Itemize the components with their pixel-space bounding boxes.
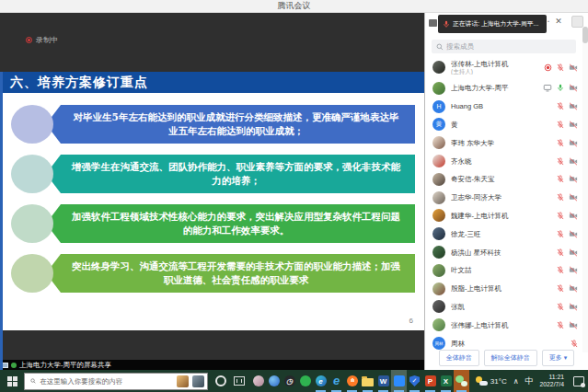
search-highlight-icon-2[interactable]: [192, 375, 204, 387]
mic-active-icon: [557, 84, 564, 92]
task-view-icon[interactable]: [234, 376, 245, 386]
mic-muted-icon: [557, 121, 564, 129]
camera-off-icon: [569, 212, 578, 220]
taskbar-apps: ◷eeW✓PX: [250, 370, 469, 392]
participant-status-icons: [557, 102, 578, 110]
participant-role: (主持人): [451, 68, 540, 75]
participant-status-icons: [557, 230, 578, 238]
participant-row[interactable]: 魏建华-上电计算机: [425, 207, 582, 225]
participant-row[interactable]: 奇安信-朱天宝: [425, 170, 582, 189]
search-icon: [436, 43, 444, 51]
file-explorer-icon[interactable]: [360, 370, 375, 392]
powerpoint-icon[interactable]: P: [422, 370, 438, 392]
ime-indicator[interactable]: 中: [525, 375, 534, 387]
globe-browser-icon[interactable]: [266, 370, 282, 392]
avatar: [432, 264, 445, 277]
participant-name: 张凯: [451, 303, 553, 311]
orange-browser-icon[interactable]: [344, 370, 360, 392]
participant-row[interactable]: 杨洪山 星环科技: [425, 243, 582, 261]
participant-row[interactable]: 黄黄: [425, 116, 582, 134]
scrollbar-thumb[interactable]: [582, 27, 588, 43]
browser-360-icon[interactable]: [297, 370, 313, 392]
panel-close-button[interactable]: ✕: [553, 17, 564, 26]
recording-icon: [26, 37, 32, 43]
wechat-icon[interactable]: [454, 370, 469, 392]
camera-off-icon: [569, 139, 578, 147]
weather-widget[interactable]: 31°C: [476, 376, 507, 386]
participant-name: 卫志华-同济大学: [451, 193, 553, 202]
participant-status-icons: [557, 157, 578, 166]
word-icon[interactable]: W: [375, 370, 391, 392]
participant-row[interactable]: 上海电力大学-周平: [425, 79, 582, 98]
camera-off-icon: [569, 121, 578, 129]
participant-name: 李玮 东华大学: [451, 139, 553, 147]
camera-off-icon: [569, 193, 578, 202]
panel-window-icon[interactable]: [429, 19, 437, 27]
search-highlight-icon-1[interactable]: [177, 375, 189, 387]
tencent-meeting-icon[interactable]: [391, 370, 407, 392]
bullet-ellipse: [11, 254, 53, 293]
participant-row[interactable]: 李玮 东华大学: [425, 133, 582, 152]
camera-off-icon: [569, 266, 578, 274]
speaking-toast: 正在讲话: 上海电力大学-周平...: [438, 15, 547, 33]
slide-bullet: 对毕业生5年左右能达到的职业成就进行分类细致描述，更准确严谨地表达毕业五年左右能…: [11, 105, 415, 144]
participant-status-icons: [543, 84, 578, 92]
pointer-device-icon[interactable]: [250, 370, 266, 392]
participant-row[interactable]: 叶文喆: [425, 261, 582, 280]
participant-name: 黄: [451, 121, 553, 129]
alarm-clock-icon[interactable]: ◷: [282, 370, 297, 392]
slide-body: 对毕业生5年左右能达到的职业成就进行分类细致描述，更准确严谨地表达毕业五年左右能…: [0, 93, 424, 330]
participant-row[interactable]: 殷脂-上电计算机: [425, 280, 582, 298]
avatar: [432, 191, 445, 204]
taskbar-search-box[interactable]: [24, 373, 208, 390]
excel-icon[interactable]: X: [438, 370, 454, 392]
hidden-icons-chevron[interactable]: ∧: [513, 377, 519, 386]
mic-muted-icon: [571, 340, 578, 348]
defender-shield-icon[interactable]: ✓: [407, 370, 422, 392]
speaking-toast-text: 正在讲话: 上海电力大学-周平...: [453, 19, 538, 29]
recording-badge: 录制中: [26, 35, 58, 45]
weather-icon: [476, 376, 488, 386]
participant-row[interactable]: 张凯: [425, 298, 582, 317]
cortana-icon[interactable]: [215, 375, 226, 386]
participant-row[interactable]: 徐龙-三旺: [425, 225, 582, 243]
participant-name: 魏建华-上电计算机: [451, 212, 553, 220]
avatar: [432, 61, 445, 74]
more-actions-button[interactable]: 更多 ▾: [542, 350, 574, 366]
camera-off-icon: [569, 63, 578, 72]
participant-row[interactable]: 卫志华-同济大学: [425, 189, 582, 207]
unmute-all-button[interactable]: 解除全体静音: [484, 350, 537, 366]
edge-icon[interactable]: e: [313, 370, 329, 392]
windows-logo-icon: [7, 376, 17, 386]
mic-muted-icon: [557, 102, 564, 110]
member-search-box[interactable]: [432, 40, 576, 53]
window-title: 腾讯会议: [278, 1, 311, 10]
participant-row[interactable]: 张伟娜-上电计算机: [425, 316, 582, 334]
ie-icon[interactable]: e: [329, 370, 344, 392]
avatar: [432, 155, 445, 167]
participant-name: 上海电力大学-周平: [451, 84, 539, 92]
panel-scrollbar[interactable]: [582, 27, 588, 352]
shared-screen-viewer: 录制中 六、培养方案修订重点 对毕业生5年左右能达到的职业成就进行分类细致描述，…: [0, 13, 424, 370]
taskbar-clock[interactable]: 11:21 2022/7/4: [540, 374, 564, 389]
recording-icon: [544, 63, 552, 72]
participant-row[interactable]: 齐永晓: [425, 152, 582, 170]
member-search-input[interactable]: [446, 42, 571, 51]
participant-row[interactable]: 张传林-上电计算机(主持人): [425, 55, 582, 79]
participant-status-icons: [557, 284, 578, 293]
avatar: H: [432, 100, 445, 113]
screen-share-banner: 上海电力大学-周平的屏幕共享: [0, 360, 424, 370]
avatar: 周林: [432, 337, 445, 350]
mute-all-button[interactable]: 全体静音: [439, 350, 479, 366]
start-button[interactable]: [0, 370, 24, 392]
avatar: [432, 300, 445, 313]
taskbar-search-input[interactable]: [40, 377, 173, 386]
window-titlebar: 腾讯会议: [0, 0, 588, 13]
slide-page-number: 6: [409, 317, 413, 325]
bullet-ellipse: [11, 155, 53, 193]
participant-status-icons: [557, 139, 578, 147]
participant-row[interactable]: HHuang GB: [425, 98, 582, 116]
avatar: [432, 227, 445, 240]
bullet-bar-text: 对毕业生5年左右能达到的职业成就进行分类细致描述，更准确严谨地表达毕业五年左右能…: [46, 105, 415, 144]
action-center-icon[interactable]: [573, 376, 584, 386]
